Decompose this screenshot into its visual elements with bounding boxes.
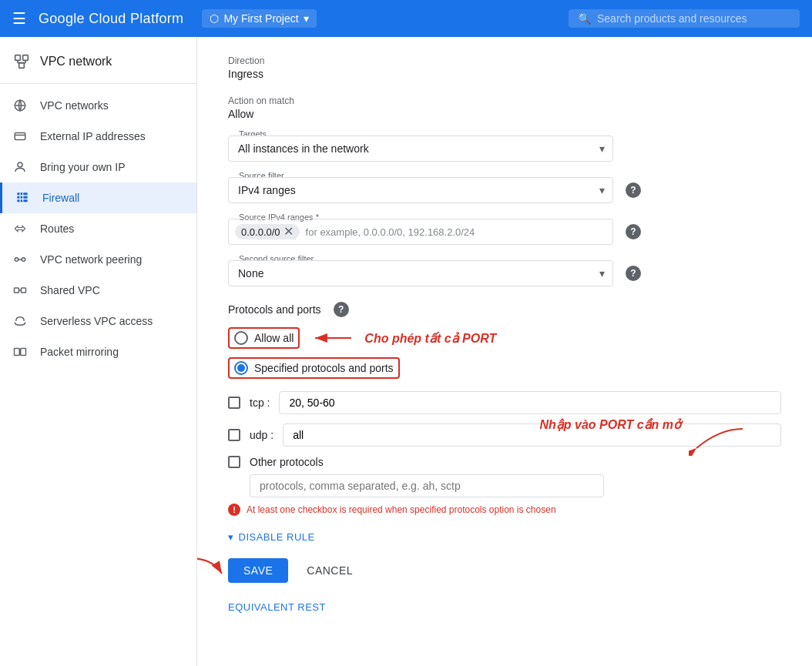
topbar: ☰ Google Cloud Platform ⬡ My First Proje… <box>0 0 812 37</box>
specified-radio-inner <box>237 364 245 372</box>
sidebar-item-packet-mirroring[interactable]: Packet mirroring <box>0 336 196 367</box>
svg-rect-2 <box>19 63 25 69</box>
sidebar-item-routes[interactable]: Routes <box>0 213 196 244</box>
svg-rect-22 <box>15 349 20 356</box>
svg-rect-19 <box>15 288 19 293</box>
shared-vpc-icon <box>12 283 28 298</box>
sidebar-item-label: Serverless VPC access <box>40 315 153 327</box>
arrow-specify-port <box>689 425 750 456</box>
protocols-section: Protocols and ports ? Allow all <box>228 302 781 516</box>
sidebar-header: VPC network <box>0 43 196 84</box>
allow-all-radio[interactable] <box>234 331 248 345</box>
ipv4-tag-remove[interactable]: ✕ <box>284 226 294 238</box>
sidebar-header-title: VPC network <box>40 55 112 69</box>
source-filter-value: IPv4 ranges <box>238 184 296 196</box>
source-filter-dropdown-arrow: ▾ <box>599 184 605 196</box>
svg-point-17 <box>22 258 25 262</box>
action-label: Action on match <box>228 95 781 106</box>
tcp-port-input[interactable] <box>279 391 781 414</box>
project-icon: ⬡ <box>210 12 219 25</box>
targets-dropdown[interactable]: All instances in the network ▾ <box>228 136 613 162</box>
project-selector[interactable]: ⬡ My First Project ▾ <box>202 9 316 28</box>
arrow-all-port <box>309 326 355 350</box>
annotation-specify-port-container: Nhập vào PORT cần mở <box>689 425 750 456</box>
source-filter-help-icon[interactable]: ? <box>626 182 641 198</box>
sidebar-item-label: Bring your own IP <box>40 161 126 173</box>
menu-icon[interactable]: ☰ <box>12 9 26 28</box>
vpc-peering-icon <box>12 252 28 267</box>
other-protocols-input[interactable] <box>250 474 604 497</box>
sidebar-item-label: VPC network peering <box>40 253 142 266</box>
svg-rect-1 <box>23 55 29 61</box>
allow-all-highlighted-box: Allow all <box>228 327 300 349</box>
source-filter-dropdown[interactable]: IPv4 ranges ▾ <box>228 177 613 203</box>
direction-value: Ingress <box>228 68 781 80</box>
error-icon: ! <box>228 504 240 516</box>
annotation-all-port: Cho phép tất cả PORT <box>364 331 496 346</box>
udp-checkbox[interactable] <box>228 429 240 441</box>
actions-area: SAVE CANCEL <box>228 558 781 583</box>
sidebar-item-label: Firewall <box>42 192 79 204</box>
sidebar-item-shared-vpc[interactable]: Shared VPC <box>0 275 196 306</box>
sidebar-item-firewall[interactable]: Firewall <box>0 182 196 213</box>
second-source-help-icon[interactable]: ? <box>626 266 641 281</box>
project-dropdown-arrow: ▾ <box>304 12 309 25</box>
svg-rect-13 <box>17 199 28 202</box>
specified-radio[interactable] <box>234 361 248 375</box>
sidebar-item-label: External IP addresses <box>40 130 146 142</box>
serverless-vpc-icon <box>12 313 28 329</box>
sidebar-item-external-ip[interactable]: External IP addresses <box>0 121 196 152</box>
sidebar-item-bring-your-own[interactable]: Bring your own IP <box>0 152 196 182</box>
firewall-icon <box>15 190 30 206</box>
search-bar[interactable]: 🔍 <box>569 9 800 28</box>
second-source-dropdown[interactable]: None ▾ <box>228 260 613 286</box>
sidebar-item-vpc-peering[interactable]: VPC network peering <box>0 244 196 275</box>
project-name: My First Project <box>223 12 298 25</box>
allow-all-label: Allow all <box>254 332 294 344</box>
bring-your-own-icon <box>12 159 28 175</box>
app-logo: Google Cloud Platform <box>39 11 183 27</box>
cancel-button[interactable]: CANCEL <box>291 558 368 583</box>
source-ipv4-row: Source IPv4 ranges * 0.0.0.0/0 ✕ for exa… <box>228 219 781 245</box>
sidebar-item-label: Shared VPC <box>40 284 100 296</box>
disable-rule-toggle[interactable]: ▾ DISABLE RULE <box>228 531 781 543</box>
svg-rect-20 <box>22 288 26 293</box>
sidebar-item-label: VPC networks <box>40 99 109 112</box>
second-source-dropdown-arrow: ▾ <box>599 267 605 279</box>
svg-rect-12 <box>17 196 28 199</box>
source-filter-row: Source filter IPv4 ranges ▾ ? <box>228 177 781 203</box>
protocols-title: Protocols and ports <box>228 303 321 316</box>
direction-label: Direction <box>228 55 781 66</box>
tcp-row: tcp : <box>228 391 781 414</box>
sidebar-item-label: Routes <box>40 223 74 235</box>
other-protocols-checkbox[interactable] <box>228 456 240 468</box>
protocols-help-icon[interactable]: ? <box>334 302 349 317</box>
save-button[interactable]: SAVE <box>228 558 288 583</box>
search-input[interactable] <box>597 12 790 25</box>
targets-dropdown-arrow: ▾ <box>599 142 605 155</box>
svg-rect-0 <box>15 55 21 61</box>
other-protocols-label: Other protocols <box>250 456 324 468</box>
equivalent-rest-link[interactable]: EQUIVALENT REST <box>228 601 781 613</box>
targets-value: All instances in the network <box>238 142 369 155</box>
action-value: Allow <box>228 108 781 120</box>
sidebar: VPC network VPC networks External IP add… <box>0 37 197 666</box>
vpc-network-icon <box>12 52 31 71</box>
targets-row: Targets All instances in the network ▾ <box>228 136 781 162</box>
sidebar-item-serverless-vpc[interactable]: Serverless VPC access <box>0 306 196 336</box>
source-ipv4-help-icon[interactable]: ? <box>626 224 641 239</box>
source-ipv4-input[interactable]: 0.0.0.0/0 ✕ for example, 0.0.0.0/0, 192.… <box>228 219 613 245</box>
packet-mirroring-icon <box>12 344 28 360</box>
main-content: Direction Ingress Action on match Allow … <box>197 37 812 666</box>
protocols-header: Protocols and ports ? <box>228 302 781 317</box>
svg-rect-11 <box>17 192 28 195</box>
annotation-specify-port: Nhập vào PORT cần mở <box>539 417 681 432</box>
second-source-row: Second source filter None ▾ ? <box>228 260 781 286</box>
sidebar-item-vpc-networks[interactable]: VPC networks <box>0 90 196 121</box>
tcp-checkbox[interactable] <box>228 397 240 409</box>
svg-rect-8 <box>15 133 25 140</box>
second-source-value: None <box>238 267 263 279</box>
ipv4-placeholder: for example, 0.0.0.0/0, 192.168.2.0/24 <box>306 226 475 238</box>
arrow-save <box>197 551 228 589</box>
disable-rule-label: DISABLE RULE <box>239 531 315 543</box>
